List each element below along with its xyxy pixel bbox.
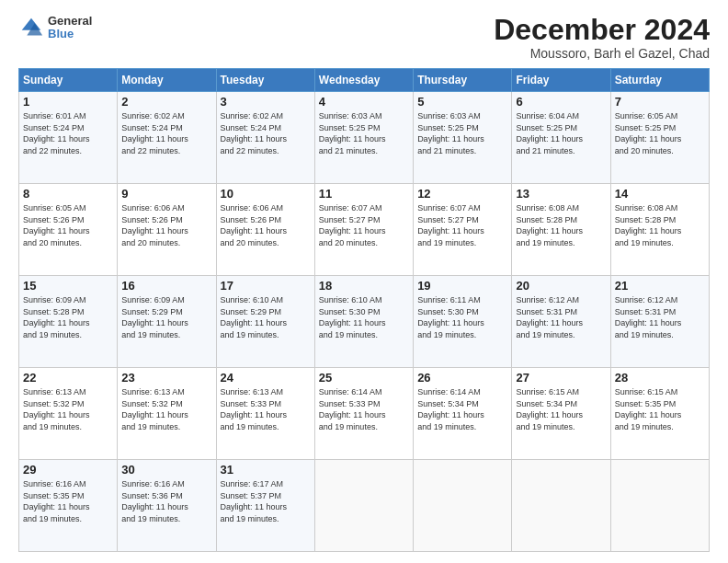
calendar-day-cell: 2Sunrise: 6:02 AM Sunset: 5:24 PM Daylig… xyxy=(118,92,216,184)
day-detail: Sunrise: 6:02 AM Sunset: 5:24 PM Dayligh… xyxy=(221,110,311,156)
day-detail: Sunrise: 6:09 AM Sunset: 5:28 PM Dayligh… xyxy=(23,294,113,340)
day-number: 9 xyxy=(121,187,211,201)
day-number: 2 xyxy=(121,95,211,109)
calendar-week-row: 15Sunrise: 6:09 AM Sunset: 5:28 PM Dayli… xyxy=(19,276,710,368)
calendar-day-cell: 10Sunrise: 6:06 AM Sunset: 5:26 PM Dayli… xyxy=(216,184,314,276)
day-detail: Sunrise: 6:13 AM Sunset: 5:33 PM Dayligh… xyxy=(221,386,311,432)
calendar-day-cell: 28Sunrise: 6:15 AM Sunset: 5:35 PM Dayli… xyxy=(610,368,709,460)
day-number: 21 xyxy=(615,279,705,293)
calendar-day-cell: 24Sunrise: 6:13 AM Sunset: 5:33 PM Dayli… xyxy=(216,368,314,460)
day-detail: Sunrise: 6:14 AM Sunset: 5:34 PM Dayligh… xyxy=(417,386,507,432)
day-number: 24 xyxy=(221,371,311,385)
day-detail: Sunrise: 6:08 AM Sunset: 5:28 PM Dayligh… xyxy=(615,202,705,248)
day-number: 20 xyxy=(516,279,606,293)
calendar-day-cell: 25Sunrise: 6:14 AM Sunset: 5:33 PM Dayli… xyxy=(314,368,413,460)
day-detail: Sunrise: 6:13 AM Sunset: 5:32 PM Dayligh… xyxy=(23,386,113,432)
day-detail: Sunrise: 6:08 AM Sunset: 5:28 PM Dayligh… xyxy=(516,202,606,248)
header: General Blue December 2024 Moussoro, Bar… xyxy=(18,15,710,61)
logo-general: General xyxy=(48,15,92,28)
day-detail: Sunrise: 6:10 AM Sunset: 5:29 PM Dayligh… xyxy=(221,294,311,340)
day-detail: Sunrise: 6:07 AM Sunset: 5:27 PM Dayligh… xyxy=(319,202,409,248)
calendar-day-cell xyxy=(512,460,610,552)
logo-icon xyxy=(18,15,44,40)
calendar-table: SundayMondayTuesdayWednesdayThursdayFrid… xyxy=(18,68,710,552)
day-number: 22 xyxy=(23,371,113,385)
weekday-header: Saturday xyxy=(610,69,709,92)
calendar-week-row: 29Sunrise: 6:16 AM Sunset: 5:35 PM Dayli… xyxy=(19,460,710,552)
calendar-day-cell: 30Sunrise: 6:16 AM Sunset: 5:36 PM Dayli… xyxy=(118,460,216,552)
logo-text: General Blue xyxy=(48,15,92,41)
calendar-day-cell xyxy=(414,460,512,552)
calendar-day-cell: 16Sunrise: 6:09 AM Sunset: 5:29 PM Dayli… xyxy=(118,276,216,368)
day-number: 23 xyxy=(121,371,211,385)
day-number: 19 xyxy=(417,279,507,293)
day-number: 12 xyxy=(417,187,507,201)
calendar-header-row: SundayMondayTuesdayWednesdayThursdayFrid… xyxy=(19,69,710,92)
day-detail: Sunrise: 6:15 AM Sunset: 5:35 PM Dayligh… xyxy=(615,386,705,432)
day-number: 6 xyxy=(516,95,606,109)
calendar-day-cell: 31Sunrise: 6:17 AM Sunset: 5:37 PM Dayli… xyxy=(216,460,314,552)
calendar-day-cell: 23Sunrise: 6:13 AM Sunset: 5:32 PM Dayli… xyxy=(118,368,216,460)
calendar-day-cell: 17Sunrise: 6:10 AM Sunset: 5:29 PM Dayli… xyxy=(216,276,314,368)
day-detail: Sunrise: 6:06 AM Sunset: 5:26 PM Dayligh… xyxy=(121,202,211,248)
day-detail: Sunrise: 6:14 AM Sunset: 5:33 PM Dayligh… xyxy=(319,386,409,432)
day-detail: Sunrise: 6:17 AM Sunset: 5:37 PM Dayligh… xyxy=(221,478,311,524)
calendar-day-cell: 27Sunrise: 6:15 AM Sunset: 5:34 PM Dayli… xyxy=(512,368,610,460)
day-detail: Sunrise: 6:07 AM Sunset: 5:27 PM Dayligh… xyxy=(417,202,507,248)
day-detail: Sunrise: 6:04 AM Sunset: 5:25 PM Dayligh… xyxy=(516,110,606,156)
calendar-week-row: 8Sunrise: 6:05 AM Sunset: 5:26 PM Daylig… xyxy=(19,184,710,276)
day-detail: Sunrise: 6:03 AM Sunset: 5:25 PM Dayligh… xyxy=(417,110,507,156)
title-block: December 2024 Moussoro, Barh el Gazel, C… xyxy=(494,15,710,61)
day-detail: Sunrise: 6:16 AM Sunset: 5:35 PM Dayligh… xyxy=(23,478,113,524)
calendar-day-cell: 11Sunrise: 6:07 AM Sunset: 5:27 PM Dayli… xyxy=(314,184,413,276)
day-detail: Sunrise: 6:05 AM Sunset: 5:26 PM Dayligh… xyxy=(23,202,113,248)
day-number: 8 xyxy=(23,187,113,201)
weekday-header: Wednesday xyxy=(314,69,413,92)
day-detail: Sunrise: 6:06 AM Sunset: 5:26 PM Dayligh… xyxy=(221,202,311,248)
day-number: 7 xyxy=(615,95,705,109)
day-detail: Sunrise: 6:02 AM Sunset: 5:24 PM Dayligh… xyxy=(121,110,211,156)
calendar-day-cell: 8Sunrise: 6:05 AM Sunset: 5:26 PM Daylig… xyxy=(19,184,118,276)
day-detail: Sunrise: 6:01 AM Sunset: 5:24 PM Dayligh… xyxy=(23,110,113,156)
calendar-day-cell: 12Sunrise: 6:07 AM Sunset: 5:27 PM Dayli… xyxy=(414,184,512,276)
day-number: 31 xyxy=(221,463,311,477)
calendar-day-cell: 21Sunrise: 6:12 AM Sunset: 5:31 PM Dayli… xyxy=(610,276,709,368)
day-detail: Sunrise: 6:15 AM Sunset: 5:34 PM Dayligh… xyxy=(516,386,606,432)
day-number: 28 xyxy=(615,371,705,385)
weekday-header: Monday xyxy=(118,69,216,92)
calendar-week-row: 22Sunrise: 6:13 AM Sunset: 5:32 PM Dayli… xyxy=(19,368,710,460)
day-number: 25 xyxy=(319,371,409,385)
day-detail: Sunrise: 6:16 AM Sunset: 5:36 PM Dayligh… xyxy=(121,478,211,524)
logo: General Blue xyxy=(18,15,92,41)
day-detail: Sunrise: 6:10 AM Sunset: 5:30 PM Dayligh… xyxy=(319,294,409,340)
day-detail: Sunrise: 6:09 AM Sunset: 5:29 PM Dayligh… xyxy=(121,294,211,340)
day-number: 4 xyxy=(319,95,409,109)
day-number: 10 xyxy=(221,187,311,201)
day-number: 29 xyxy=(23,463,113,477)
day-detail: Sunrise: 6:11 AM Sunset: 5:30 PM Dayligh… xyxy=(417,294,507,340)
calendar-day-cell: 9Sunrise: 6:06 AM Sunset: 5:26 PM Daylig… xyxy=(118,184,216,276)
day-detail: Sunrise: 6:12 AM Sunset: 5:31 PM Dayligh… xyxy=(615,294,705,340)
calendar-day-cell: 14Sunrise: 6:08 AM Sunset: 5:28 PM Dayli… xyxy=(610,184,709,276)
calendar-day-cell: 4Sunrise: 6:03 AM Sunset: 5:25 PM Daylig… xyxy=(314,92,413,184)
day-number: 1 xyxy=(23,95,113,109)
calendar-day-cell: 7Sunrise: 6:05 AM Sunset: 5:25 PM Daylig… xyxy=(610,92,709,184)
day-number: 14 xyxy=(615,187,705,201)
day-number: 18 xyxy=(319,279,409,293)
day-detail: Sunrise: 6:13 AM Sunset: 5:32 PM Dayligh… xyxy=(121,386,211,432)
calendar-day-cell: 5Sunrise: 6:03 AM Sunset: 5:25 PM Daylig… xyxy=(414,92,512,184)
page: General Blue December 2024 Moussoro, Bar… xyxy=(0,0,728,563)
day-number: 30 xyxy=(121,463,211,477)
calendar-day-cell: 22Sunrise: 6:13 AM Sunset: 5:32 PM Dayli… xyxy=(19,368,118,460)
day-detail: Sunrise: 6:12 AM Sunset: 5:31 PM Dayligh… xyxy=(516,294,606,340)
month-title: December 2024 xyxy=(494,15,710,44)
weekday-header: Thursday xyxy=(414,69,512,92)
weekday-header: Tuesday xyxy=(216,69,314,92)
calendar-day-cell: 20Sunrise: 6:12 AM Sunset: 5:31 PM Dayli… xyxy=(512,276,610,368)
calendar-week-row: 1Sunrise: 6:01 AM Sunset: 5:24 PM Daylig… xyxy=(19,92,710,184)
weekday-header: Sunday xyxy=(19,69,118,92)
day-number: 17 xyxy=(221,279,311,293)
day-number: 15 xyxy=(23,279,113,293)
day-number: 13 xyxy=(516,187,606,201)
day-number: 5 xyxy=(417,95,507,109)
